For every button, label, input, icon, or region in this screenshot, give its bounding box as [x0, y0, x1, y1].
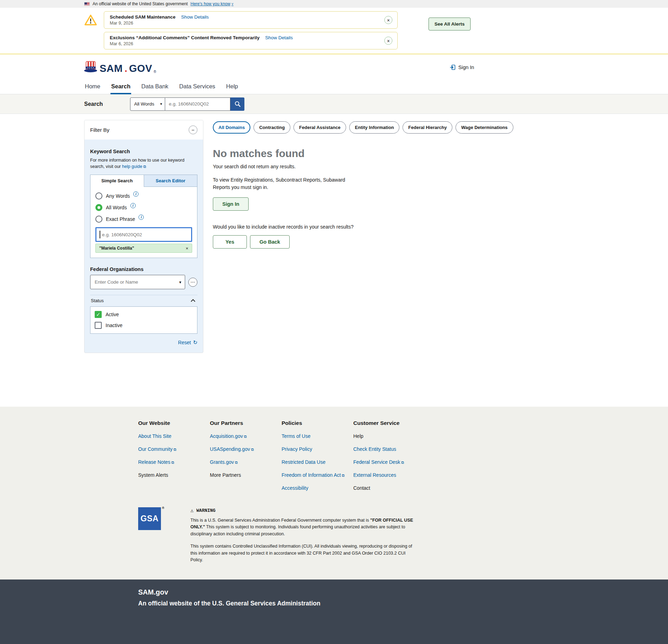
footer-link-about-this-site[interactable]: About This Site — [138, 433, 210, 439]
footer-link-privacy-policy[interactable]: Privacy Policy — [282, 446, 353, 452]
radio-circle — [95, 216, 102, 223]
radio-circle — [95, 192, 102, 199]
checkbox-active[interactable]: ✓ Active — [95, 311, 193, 318]
org-more-options-button[interactable]: ⋯ — [188, 278, 197, 287]
alert-close-button[interactable]: × — [384, 37, 392, 45]
federal-organizations-combobox[interactable]: Enter Code or Name ▾ — [90, 275, 185, 289]
no-matches-heading: No matches found — [213, 148, 458, 160]
external-link-icon: ⧉ — [251, 447, 254, 452]
federal-organizations-title: Federal Organizations — [90, 266, 197, 272]
nav-item-data-services[interactable]: Data Services — [178, 80, 216, 94]
footer-link-federal-service-desk[interactable]: Federal Service Desk⧉ — [353, 459, 425, 465]
radio-all-words[interactable]: All Words i — [95, 204, 192, 211]
caret-down-icon: ▾ — [160, 102, 162, 106]
footer-link-help[interactable]: Help — [353, 433, 425, 439]
pill-federal-hierarchy[interactable]: Federal Hierarchy — [403, 121, 452, 134]
footer-link-terms-of-use[interactable]: Terms of Use — [282, 433, 353, 439]
checkbox-inactive[interactable]: Inactive — [95, 322, 193, 329]
warning-title: WARNING — [196, 508, 216, 513]
external-link-icon: ⧉ — [244, 434, 247, 439]
external-link-icon: ⧉ — [171, 460, 174, 465]
footer-link-accessibility[interactable]: Accessibility — [282, 485, 353, 491]
logo-registered-mark: ® — [154, 70, 156, 74]
see-all-alerts-button[interactable]: See All Alerts — [429, 18, 471, 30]
logo-dot: . — [124, 63, 127, 74]
footer-link-usaspending-gov[interactable]: USASpending.gov⧉ — [210, 446, 282, 452]
reset-filters-button[interactable]: Reset ↻ — [90, 339, 197, 346]
global-search-bar: Search All Words ▾ — [0, 94, 668, 114]
close-icon: × — [387, 18, 390, 22]
radio-exact-phrase[interactable]: Exact Phrase i — [95, 216, 192, 223]
nav-item-search[interactable]: Search — [110, 80, 131, 94]
filter-by-title: Filter By — [90, 127, 109, 133]
status-options: ✓ Active Inactive — [90, 306, 197, 334]
primary-nav: Home Search Data Bank Data Services Help — [0, 80, 668, 94]
gov-banner-text: An official website of the United States… — [93, 1, 188, 6]
footer-link-grants-gov[interactable]: Grants.gov⧉ — [210, 459, 282, 465]
keyword-search-input[interactable] — [95, 227, 192, 242]
alert-close-button[interactable]: × — [384, 16, 392, 24]
dark-footer-subtitle: An official website of the U.S. General … — [138, 600, 668, 607]
system-alerts-section: Scheduled SAM Maintenance Show Details M… — [0, 8, 668, 54]
yes-button[interactable]: Yes — [213, 235, 247, 249]
pill-all-domains[interactable]: All Domains — [213, 121, 250, 134]
show-details-link[interactable]: Show Details — [265, 35, 293, 40]
info-icon[interactable]: i — [139, 215, 144, 220]
warning-block: ⚠ WARNING This is a U.S. General Service… — [190, 507, 418, 563]
heres-how-you-know-link[interactable]: Here's how you know ˅ — [190, 1, 234, 6]
go-back-button[interactable]: Go Back — [250, 235, 290, 249]
checkbox-checked: ✓ — [95, 311, 102, 318]
sign-in-button[interactable]: Sign In — [213, 197, 249, 211]
footer-link-more-partners[interactable]: More Partners — [210, 472, 282, 478]
alert-exclusions: Exclusions “Additional Comments” Content… — [104, 32, 398, 49]
search-input[interactable] — [165, 97, 230, 111]
footer-col-customer-service: Customer Service Help Check Entity Statu… — [353, 420, 425, 498]
info-icon[interactable]: i — [133, 191, 139, 197]
status-section-header[interactable]: Status — [90, 295, 197, 306]
collapse-filters-button[interactable]: − — [189, 126, 197, 134]
footer-link-acquisition-gov[interactable]: Acquisition.gov⧉ — [210, 433, 282, 439]
warning-paragraph-2: This system contains Controlled Unclassi… — [190, 543, 418, 563]
footer-link-check-entity-status[interactable]: Check Entity Status — [353, 446, 425, 452]
nav-item-data-bank[interactable]: Data Bank — [141, 80, 169, 94]
tab-simple-search[interactable]: Simple Search — [90, 175, 144, 187]
footer-link-system-alerts[interactable]: System Alerts — [138, 472, 210, 478]
nav-item-help[interactable]: Help — [225, 80, 239, 94]
search-submit-button[interactable] — [230, 97, 244, 111]
external-link-icon: ⧉ — [143, 164, 146, 169]
footer-col-policies: Policies Terms of Use Privacy Policy Res… — [282, 420, 353, 498]
caret-down-icon: ▾ — [179, 280, 181, 285]
external-link-icon: ⧉ — [174, 447, 176, 452]
external-link-icon: ⧉ — [401, 460, 404, 465]
search-label: Search — [84, 101, 103, 107]
info-icon[interactable]: i — [130, 203, 136, 208]
pill-entity-information[interactable]: Entity Information — [349, 121, 399, 134]
pill-contracting[interactable]: Contracting — [254, 121, 290, 134]
search-type-select[interactable]: All Words ▾ — [130, 97, 165, 111]
tab-search-editor[interactable]: Search Editor — [144, 175, 198, 187]
registered-mark: ® — [162, 506, 164, 510]
dark-footer: SAM.gov An official website of the U.S. … — [0, 579, 668, 644]
keyword-search-title: Keyword Search — [90, 149, 197, 154]
sam-gov-logo[interactable]: SAM.GOV® — [83, 61, 156, 74]
show-details-link[interactable]: Show Details — [181, 14, 209, 20]
sign-in-link[interactable]: Sign In — [450, 64, 474, 70]
footer-link-foia[interactable]: Freedom of Information Act⧉ — [282, 472, 353, 478]
pill-wage-determinations[interactable]: Wage Determinations — [456, 121, 513, 134]
help-guide-link[interactable]: help guide⧉ — [122, 164, 146, 169]
nav-item-home[interactable]: Home — [84, 80, 101, 94]
alert-title: Scheduled SAM Maintenance — [110, 14, 176, 20]
pill-federal-assistance[interactable]: Federal Assistance — [293, 121, 346, 134]
alert-row: Exclusions “Additional Comments” Content… — [84, 32, 668, 49]
footer-link-external-resources[interactable]: External Resources — [353, 472, 425, 478]
footer-link-release-notes[interactable]: Release Notes⧉ — [138, 459, 210, 465]
footer-link-contact[interactable]: Contact — [353, 485, 425, 491]
sign-in-message: To view Entity Registrations, Subcontrac… — [213, 176, 357, 191]
close-icon: × — [387, 38, 390, 43]
warning-triangle-icon — [84, 14, 97, 27]
footer-link-restricted-data-use[interactable]: Restricted Data Use — [282, 459, 353, 465]
chip-remove-button[interactable]: × — [185, 246, 188, 251]
radio-any-words[interactable]: Any Words i — [95, 192, 192, 199]
external-link-icon: ⧉ — [235, 460, 238, 465]
footer-link-our-community[interactable]: Our Community⧉ — [138, 446, 210, 452]
